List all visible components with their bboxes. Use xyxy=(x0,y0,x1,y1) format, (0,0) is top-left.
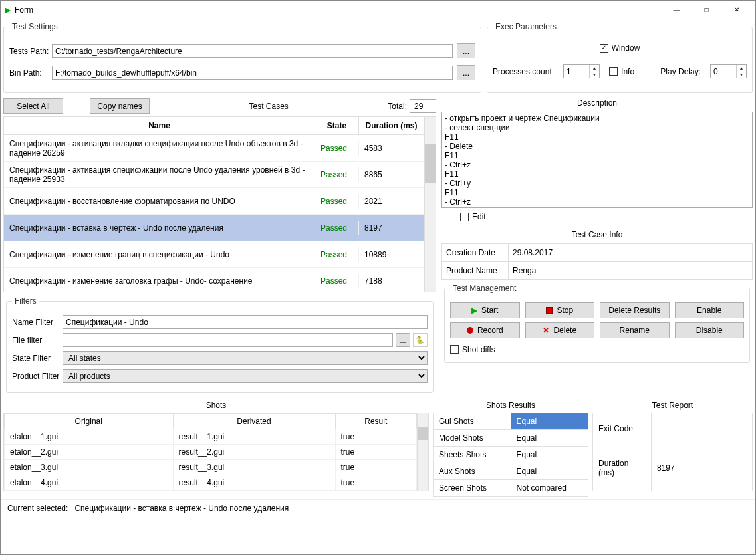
file-filter-input[interactable] xyxy=(63,333,393,347)
maximize-button[interactable]: □ xyxy=(692,1,721,19)
play-icon: ▶ xyxy=(471,306,477,315)
table-row[interactable]: Спецификации - изменение заголовка графы… xyxy=(4,268,424,292)
tc-info-table: Creation Date29.08.2017 Product NameReng… xyxy=(441,243,753,280)
product-filter-select[interactable]: All products xyxy=(63,369,428,383)
stop-button[interactable]: Stop xyxy=(525,302,595,318)
table-row[interactable]: Aux ShotsEqual xyxy=(434,463,588,480)
bin-path-label: Bin Path: xyxy=(9,68,52,78)
table-row[interactable]: Sheets ShotsEqual xyxy=(434,447,588,463)
play-delay-value[interactable] xyxy=(711,65,736,78)
cell-result: true xyxy=(335,475,416,491)
test-settings-group: Test Settings Tests Path: ... Bin Path: … xyxy=(3,22,481,93)
table-row[interactable]: Спецификации - вставка в чертеж - Undo п… xyxy=(4,215,424,241)
table-row[interactable]: Screen ShotsNot compared xyxy=(434,480,588,497)
window-checkbox[interactable]: ✓ Window xyxy=(600,43,640,53)
spin-up-icon[interactable]: ▲ xyxy=(737,65,746,72)
state-filter-select[interactable]: All states xyxy=(63,351,428,365)
table-row[interactable]: Спецификации - восстановление форматиров… xyxy=(4,188,424,215)
play-delay-spinner[interactable]: ▲▼ xyxy=(710,64,747,78)
col-result-header[interactable]: Result xyxy=(335,414,416,429)
spin-down-icon[interactable]: ▼ xyxy=(737,72,746,78)
processes-count-label: Processes count: xyxy=(493,67,554,76)
table-row[interactable]: Спецификации - активация вкладки специфи… xyxy=(4,135,424,162)
delete-button[interactable]: ✕Delete xyxy=(525,322,595,338)
shot-diffs-checkbox[interactable]: Shot diffs xyxy=(450,345,495,354)
test-cases-scrollbar[interactable] xyxy=(424,117,436,292)
cell-original: etalon__4.gui xyxy=(5,475,174,491)
info-checkbox[interactable]: Info xyxy=(609,67,634,76)
name-filter-input[interactable] xyxy=(63,315,428,329)
cell-duration: 8197 xyxy=(359,221,424,235)
col-derivated-header[interactable]: Derivated xyxy=(173,414,335,429)
col-duration-header[interactable]: Duration (ms) xyxy=(359,117,424,134)
checkbox-empty-icon xyxy=(609,67,618,76)
table-row[interactable]: etalon__3.guiresult__3.guitrue xyxy=(5,460,417,475)
description-text[interactable]: - открыть проект и чертеж Спецификации -… xyxy=(441,112,753,208)
disable-button[interactable]: Disable xyxy=(675,322,745,338)
table-row[interactable]: Gui ShotsEqual xyxy=(434,413,588,430)
table-row[interactable]: etalon__2.guiresult__2.guitrue xyxy=(5,445,417,460)
processes-count-spinner[interactable]: ▲▼ xyxy=(563,64,600,78)
tests-path-browse-button[interactable]: ... xyxy=(457,43,475,58)
cell-state: Passed xyxy=(315,247,359,262)
shots-title: Shots xyxy=(3,398,429,413)
table-row[interactable]: Спецификации - изменение границ в специф… xyxy=(4,241,424,268)
window-title: Form xyxy=(15,5,662,15)
cell-original: etalon__3.gui xyxy=(5,460,174,475)
bin-path-browse-button[interactable]: ... xyxy=(457,65,475,80)
creation-date-value: 29.08.2017 xyxy=(509,243,753,261)
cell-duration: 4583 xyxy=(359,141,424,156)
description-header: Description xyxy=(441,96,753,112)
close-button[interactable]: ✕ xyxy=(721,1,751,19)
cell-key: Sheets Shots xyxy=(434,447,511,463)
start-button[interactable]: ▶Start xyxy=(450,302,520,318)
processes-count-value[interactable] xyxy=(564,65,589,78)
cell-state: Passed xyxy=(315,167,359,182)
cell-key: Gui Shots xyxy=(434,413,511,430)
cell-value: Not compared xyxy=(511,480,588,497)
test-management-legend: Test Management xyxy=(450,284,519,293)
cell-state: Passed xyxy=(315,221,359,235)
cell-name: Спецификации - изменение заголовка графы… xyxy=(4,274,315,288)
total-value: 29 xyxy=(410,99,436,113)
test-cases-table: Name State Duration (ms) Спецификации - … xyxy=(3,116,436,292)
table-row[interactable]: etalon__1.guiresult__1.guitrue xyxy=(5,429,417,445)
table-row[interactable]: etalon__4.guiresult__4.guitrue xyxy=(5,475,417,491)
edit-checkbox[interactable]: Edit xyxy=(460,212,486,221)
product-name-value: Renga xyxy=(509,261,753,279)
cell-result: true xyxy=(335,460,416,475)
select-all-button[interactable]: Select All xyxy=(3,98,63,114)
checkmark-icon: ✓ xyxy=(600,44,608,53)
bin-path-input[interactable] xyxy=(52,66,453,80)
file-filter-browse-button[interactable]: ... xyxy=(396,333,410,347)
python-icon[interactable]: 🐍 xyxy=(413,333,428,347)
col-name-header[interactable]: Name xyxy=(4,117,315,134)
record-button[interactable]: Record xyxy=(450,322,520,338)
filters-legend: Filters xyxy=(12,296,39,306)
cell-state: Passed xyxy=(315,274,359,288)
enable-button[interactable]: Enable xyxy=(675,302,745,318)
status-value: Спецификации - вставка в чертеж - Undo п… xyxy=(74,504,289,513)
cell-key: Aux Shots xyxy=(434,463,511,480)
copy-names-button[interactable]: Copy names xyxy=(90,98,150,114)
col-original-header[interactable]: Original xyxy=(5,414,174,429)
rename-button[interactable]: Rename xyxy=(600,322,670,338)
tests-path-label: Tests Path: xyxy=(9,47,52,56)
spin-down-icon[interactable]: ▼ xyxy=(590,72,599,78)
table-row[interactable]: Model ShotsEqual xyxy=(434,430,588,447)
cell-name: Спецификации - изменение границ в специф… xyxy=(4,247,315,262)
table-row[interactable]: Спецификации - активация спецификации по… xyxy=(4,162,424,188)
test-settings-legend: Test Settings xyxy=(9,22,61,31)
spin-up-icon[interactable]: ▲ xyxy=(590,65,599,72)
tests-path-input[interactable] xyxy=(52,44,453,58)
total-label: Total: xyxy=(388,102,407,111)
status-bar: Current selected: Спецификации - вставка… xyxy=(1,499,755,517)
cell-derivated: result__4.gui xyxy=(173,475,335,491)
shots-scrollbar[interactable] xyxy=(417,413,428,491)
minimize-button[interactable]: — xyxy=(662,1,692,19)
delete-results-button[interactable]: Delete Results xyxy=(600,302,670,318)
cell-name: Спецификации - восстановление форматиров… xyxy=(4,194,315,209)
col-state-header[interactable]: State xyxy=(315,117,359,134)
creation-date-label: Creation Date xyxy=(442,243,509,261)
filters-group: Filters Name Filter File filter ... 🐍 St… xyxy=(6,296,434,393)
